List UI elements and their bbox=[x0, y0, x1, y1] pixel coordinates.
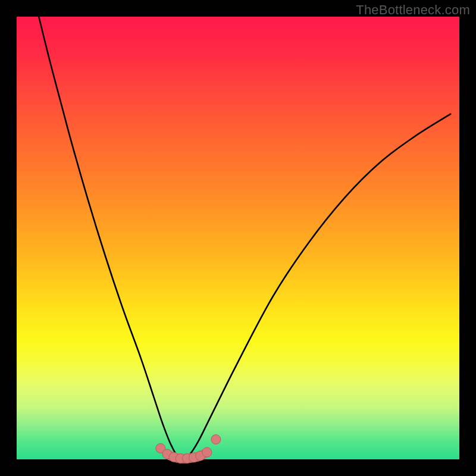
curve-layer bbox=[17, 17, 459, 459]
chart-frame: TheBottleneck.com bbox=[0, 0, 476, 476]
plot-area bbox=[17, 17, 459, 459]
watermark-text: TheBottleneck.com bbox=[356, 2, 470, 18]
marker-dot bbox=[211, 435, 221, 444]
marker-dot bbox=[202, 447, 212, 457]
bottleneck-curve bbox=[39, 17, 450, 460]
optimal-markers bbox=[156, 435, 221, 464]
